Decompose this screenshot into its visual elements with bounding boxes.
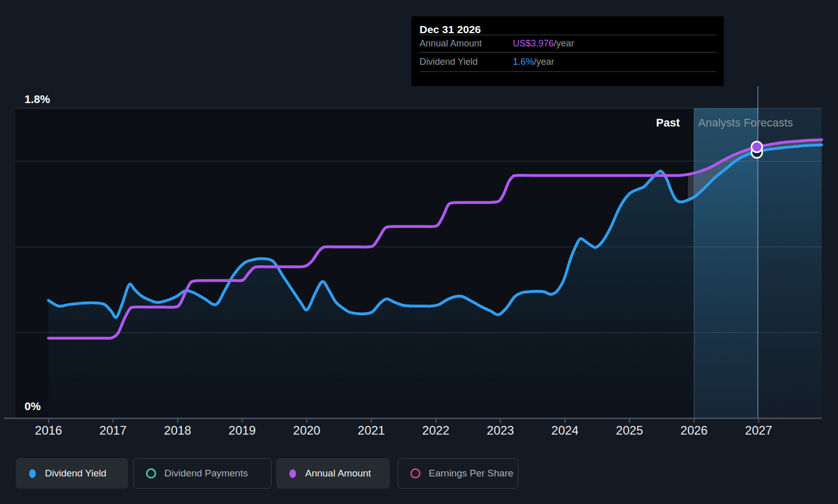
legend-chip-label: Annual Amount xyxy=(305,468,371,479)
dividend-yield-chart: 1.8% 0% Past Analysts Forecasts 20162017… xyxy=(0,0,838,504)
annual-amount-hover-marker xyxy=(752,142,762,153)
legend-chip-label: Earnings Per Share xyxy=(429,468,513,479)
tooltip-label: Annual Amount xyxy=(420,38,513,49)
dividend-yield-dot-icon xyxy=(29,469,36,478)
x-axis-label-2023: 2023 xyxy=(487,423,514,438)
x-axis-label-2022: 2022 xyxy=(422,423,449,438)
hover-tooltip: Dec 31 2026 Annual Amount US$3.976 /year… xyxy=(411,16,724,86)
x-axis-label-2024: 2024 xyxy=(551,423,578,438)
legend-chip-dividend-yield[interactable]: Dividend Yield xyxy=(16,458,128,489)
dividend-payments-dot-icon xyxy=(146,468,156,478)
tooltip-row-annual-amount: Annual Amount US$3.976 /year xyxy=(420,35,717,52)
y-axis-label-zero: 0% xyxy=(24,400,41,413)
legend-chip-dividend-payments[interactable]: Dividend Payments xyxy=(133,458,272,489)
x-axis-label-2016: 2016 xyxy=(35,423,62,438)
x-axis-label-2018: 2018 xyxy=(164,423,191,438)
tooltip-label: Dividend Yield xyxy=(420,57,513,67)
tooltip-value-annual-amount: US$3.976 xyxy=(513,38,554,49)
x-axis-label-2020: 2020 xyxy=(293,423,320,438)
past-zone-label: Past xyxy=(656,116,680,130)
x-axis-label-2021: 2021 xyxy=(358,423,385,438)
tooltip-suffix: /year xyxy=(534,57,554,67)
earnings-per-share-dot-icon xyxy=(410,468,421,478)
x-axis-label-2025: 2025 xyxy=(616,423,643,438)
x-axis-label-2017: 2017 xyxy=(100,423,127,438)
tooltip-divider xyxy=(420,71,717,72)
x-axis-label-2019: 2019 xyxy=(229,423,256,438)
tooltip-value-dividend-yield: 1.6% xyxy=(513,57,534,67)
analysts-forecasts-zone-label: Analysts Forecasts xyxy=(698,116,793,130)
tooltip-row-dividend-yield: Dividend Yield 1.6% /year xyxy=(420,52,717,71)
x-axis-label-2027: 2027 xyxy=(745,423,772,438)
x-axis-label-2026: 2026 xyxy=(680,423,707,438)
annual-amount-dot-icon xyxy=(289,469,296,478)
legend-chip-label: Dividend Payments xyxy=(164,468,248,479)
y-axis-label-top: 1.8% xyxy=(24,93,50,106)
legend-chip-earnings-per-share[interactable]: Earnings Per Share xyxy=(398,458,519,489)
legend-chip-annual-amount[interactable]: Annual Amount xyxy=(276,458,390,489)
legend-chip-label: Dividend Yield xyxy=(45,468,106,479)
tooltip-date-title: Dec 31 2026 xyxy=(411,16,724,35)
tooltip-suffix: /year xyxy=(554,38,574,49)
